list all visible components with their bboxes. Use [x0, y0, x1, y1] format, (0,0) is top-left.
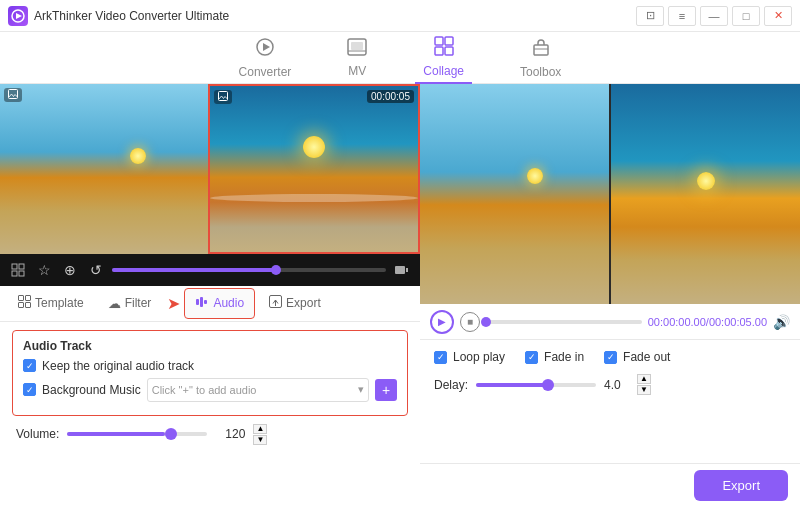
volume-fill — [67, 432, 165, 436]
stop-btn[interactable]: ■ — [460, 312, 480, 332]
right-vol-icon[interactable]: 🔊 — [773, 314, 790, 330]
sub-tab-template-label: Template — [35, 296, 84, 310]
svg-rect-25 — [196, 299, 199, 305]
svg-rect-13 — [9, 90, 18, 99]
collage-icon — [434, 36, 454, 61]
cell2-time-badge: 00:00:05 — [367, 90, 414, 103]
sub-tab-audio-label: Audio — [213, 296, 244, 310]
cell2-img-badge — [214, 90, 232, 104]
window-controls: ⊡ ≡ — □ ✕ — [636, 6, 792, 26]
cell1-image — [0, 84, 208, 254]
right-controls-bar: ▶ ■ 00:00:00.00/00:00:05.00 🔊 — [420, 304, 800, 340]
delay-label: Delay: — [434, 378, 468, 392]
svg-rect-19 — [395, 266, 405, 274]
fade-out-checkbox[interactable]: ✓ — [604, 351, 617, 364]
tab-mv[interactable]: MV — [339, 34, 375, 82]
delay-thumb — [542, 379, 554, 391]
right-sun-1 — [527, 168, 543, 184]
bg-music-checkbox[interactable]: ✓ — [23, 383, 36, 396]
svg-rect-21 — [19, 296, 24, 301]
svg-rect-23 — [19, 303, 24, 308]
export-sub-icon — [269, 295, 282, 311]
tab-collage[interactable]: Collage — [415, 32, 472, 84]
export-button[interactable]: Export — [694, 470, 788, 501]
fade-in-checkbox[interactable]: ✓ — [525, 351, 538, 364]
tab-toolbox-label: Toolbox — [520, 65, 561, 79]
bg-music-row: ✓ Background Music Click "+" to add audi… — [23, 378, 397, 402]
menu-icon-btn[interactable]: ⊡ — [636, 6, 664, 26]
hamburger-btn[interactable]: ≡ — [668, 6, 696, 26]
video-progress-bar[interactable] — [112, 268, 386, 272]
svg-rect-18 — [19, 271, 24, 276]
play-btn[interactable]: ▶ — [430, 310, 454, 334]
tab-converter[interactable]: Converter — [231, 33, 300, 83]
toolbox-icon — [531, 37, 551, 62]
delay-stepper[interactable]: ▲ ▼ — [637, 374, 651, 395]
cell1-img-badge — [4, 88, 22, 102]
sub-tab-filter[interactable]: ☁ Filter — [98, 290, 162, 317]
audio-dropdown[interactable]: Click "+" to add audio ▾ — [147, 378, 369, 402]
grid-ctrl-btn[interactable] — [8, 260, 28, 280]
collage-cell-2[interactable]: 00:00:05 — [208, 84, 420, 254]
svg-marker-1 — [16, 13, 22, 19]
volume-up-btn[interactable]: ▲ — [253, 424, 267, 434]
main-content: 00:00:05 ☆ ⊕ ↺ — [0, 84, 800, 507]
volume-stepper[interactable]: ▲ ▼ — [253, 424, 267, 445]
loop-play-label: Loop play — [453, 350, 505, 364]
converter-icon — [255, 37, 275, 62]
maximize-btn[interactable]: □ — [732, 6, 760, 26]
sub-tab-export[interactable]: Export — [259, 289, 331, 317]
svg-rect-9 — [435, 47, 443, 55]
app-title: ArkThinker Video Converter Ultimate — [34, 9, 229, 23]
keep-original-label: Keep the original audio track — [42, 359, 194, 373]
loop-play-checkbox[interactable]: ✓ — [434, 351, 447, 364]
audio-track-title: Audio Track — [23, 339, 397, 353]
audio-track-box: Audio Track ✓ Keep the original audio tr… — [12, 330, 408, 416]
collage-cell-1[interactable] — [0, 84, 208, 254]
svg-rect-10 — [445, 47, 453, 55]
sub-tab-audio[interactable]: Audio — [184, 288, 255, 319]
template-icon — [18, 295, 31, 311]
keep-original-checkbox[interactable]: ✓ — [23, 359, 36, 372]
delay-value: 4.0 — [604, 378, 629, 392]
delay-slider[interactable] — [476, 383, 596, 387]
refresh-ctrl-btn[interactable]: ↺ — [86, 260, 106, 280]
audio-icon — [195, 295, 209, 312]
collage-preview: 00:00:05 — [0, 84, 420, 254]
waves-2 — [210, 194, 418, 202]
sun-1 — [130, 148, 146, 164]
zoom-ctrl-btn[interactable]: ⊕ — [60, 260, 80, 280]
volume-slider[interactable] — [67, 432, 207, 436]
fade-out-col: ✓ Fade out — [604, 350, 670, 364]
volume-row: Volume: 120 ▲ ▼ — [12, 424, 408, 445]
volume-ctrl-btn[interactable] — [392, 260, 412, 280]
svg-rect-22 — [26, 296, 31, 301]
dropdown-arrow: ▾ — [358, 383, 364, 396]
video-progress-fill — [112, 268, 276, 272]
svg-rect-11 — [534, 45, 548, 55]
svg-rect-26 — [200, 297, 203, 307]
add-audio-btn[interactable]: + — [375, 379, 397, 401]
title-bar: ArkThinker Video Converter Ultimate ⊡ ≡ … — [0, 0, 800, 32]
delay-down-btn[interactable]: ▼ — [637, 385, 651, 395]
right-cell-2 — [611, 84, 800, 304]
delay-up-btn[interactable]: ▲ — [637, 374, 651, 384]
right-progress-bar[interactable] — [486, 320, 642, 324]
right-cell-1 — [420, 84, 609, 304]
star-ctrl-btn[interactable]: ☆ — [34, 260, 54, 280]
red-arrow-indicator: ➤ — [167, 294, 180, 313]
delay-fill — [476, 383, 548, 387]
close-btn[interactable]: ✕ — [764, 6, 792, 26]
video-progress-thumb — [271, 265, 281, 275]
svg-rect-5 — [351, 42, 363, 50]
tab-toolbox[interactable]: Toolbox — [512, 33, 569, 83]
right-audio-settings: ✓ Loop play ✓ Fade in ✓ Fade out Delay: — [420, 340, 800, 463]
svg-rect-24 — [26, 303, 31, 308]
right-preview — [420, 84, 800, 304]
minimize-btn[interactable]: — — [700, 6, 728, 26]
volume-down-btn[interactable]: ▼ — [253, 435, 267, 445]
sub-tab-template[interactable]: Template — [8, 289, 94, 317]
filter-icon: ☁ — [108, 296, 121, 311]
volume-label: Volume: — [16, 427, 59, 441]
keep-original-row: ✓ Keep the original audio track — [23, 359, 397, 373]
